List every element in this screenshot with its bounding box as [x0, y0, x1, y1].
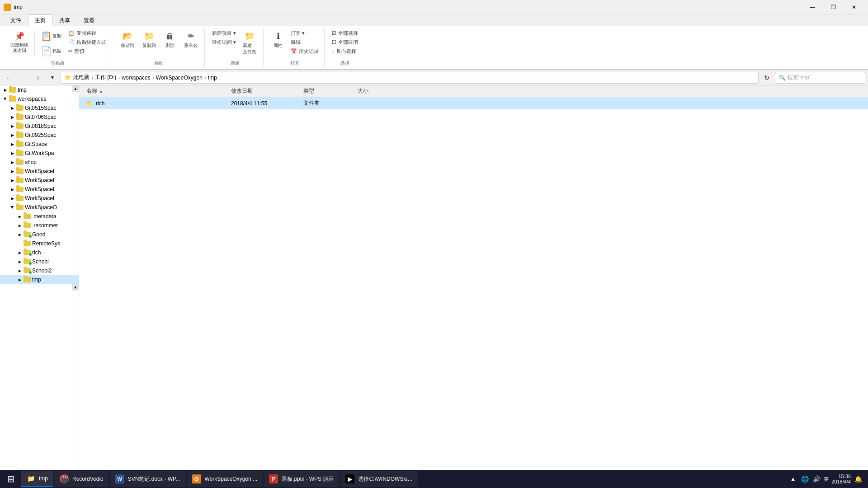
select-none-button[interactable]: ☐ 全部取消: [330, 38, 360, 47]
open-button[interactable]: 打开 ▾: [289, 29, 321, 38]
delete-button[interactable]: 🗑 删除: [161, 29, 179, 51]
sidebar-label-school: School: [32, 258, 49, 265]
table-row[interactable]: 📁 rich 2018/4/4 11:55 文件夹: [79, 97, 868, 109]
header-date[interactable]: 修改日期: [227, 85, 300, 97]
invert-label: 反向选择: [336, 48, 356, 55]
select-all-button[interactable]: ☑ 全部选择: [330, 29, 360, 38]
history-button[interactable]: 📅 历史记录: [289, 47, 321, 56]
sidebar-item-gitspace[interactable]: ▶ GitSpace: [0, 140, 79, 149]
taskbar-item-recordvedio[interactable]: 🎬 RecordVedio: [54, 471, 109, 487]
cut-button[interactable]: ✂ 剪切: [66, 47, 108, 56]
taskbar: ⊞ 📁 tmp 🎬 RecordVedio W SVN笔记.docx - WP.…: [0, 470, 868, 488]
paste-shortcut-button[interactable]: 📄 粘贴快捷方式: [66, 38, 108, 47]
sidebar-item-rich[interactable]: ▶ rich: [0, 248, 79, 257]
open-label: 打开: [290, 60, 299, 66]
move-to-button[interactable]: 📂 移动到: [118, 29, 137, 51]
copy-icon: 📋: [41, 31, 52, 42]
path-tmp[interactable]: tmp: [208, 75, 217, 81]
sidebar-item-git0818[interactable]: ▶ Git0818Spac: [0, 122, 79, 131]
new-label: 新建: [231, 60, 240, 66]
easy-access-button[interactable]: 轻松访问 ▾: [210, 38, 238, 47]
sidebar-item-remotesys[interactable]: ▶ RemoteSys: [0, 239, 79, 248]
path-drive[interactable]: 工作 (D:): [95, 74, 116, 81]
tree-arrow-tmp-inner: ▶: [16, 276, 24, 283]
recent-locations-button[interactable]: ▼: [46, 72, 59, 84]
sidebar-item-tmp-inner[interactable]: ▶ tmp: [0, 275, 79, 284]
close-button[interactable]: ✕: [844, 0, 864, 14]
folder-icon-rich: [24, 249, 31, 256]
minimize-button[interactable]: —: [802, 0, 823, 14]
forward-button[interactable]: →: [17, 72, 30, 84]
taskbar-item-svn[interactable]: W SVN笔记.docx - WP...: [110, 471, 186, 487]
sidebar-item-recommender[interactable]: ▶ .recommer: [0, 221, 79, 230]
sidebar-item-workspaces[interactable]: ▶ workspaces: [0, 94, 79, 103]
sidebar-label-git0515: Git0515Spac: [25, 105, 56, 111]
properties-button[interactable]: ℹ 属性: [269, 29, 287, 51]
header-size[interactable]: 大小: [354, 85, 399, 97]
new-item-button[interactable]: 新建项目 ▾: [210, 29, 238, 38]
taskbar-item-cmd[interactable]: ▶ 选择C:\WINDOWS\s...: [340, 471, 417, 487]
path-workspaces[interactable]: workspaces: [122, 75, 150, 81]
divider: [34, 31, 35, 56]
sidebar-item-git0706[interactable]: ▶ Git0706Spac: [0, 113, 79, 122]
paste-button[interactable]: 📄 粘贴: [38, 44, 65, 58]
clock[interactable]: 15:36 2018/4/4: [831, 474, 851, 484]
sidebar-item-good[interactable]: ▶ Good: [0, 230, 79, 239]
address-path[interactable]: 📁 此电脑 › 工作 (D:) › workspaces › WorkSpace…: [61, 72, 759, 84]
refresh-button[interactable]: ↻: [760, 72, 773, 84]
folder-icon-school: [24, 258, 31, 265]
start-button[interactable]: ⊞: [2, 471, 20, 487]
sidebar-item-metadata[interactable]: ▶ .metadata: [0, 212, 79, 221]
tab-share[interactable]: 共享: [52, 14, 77, 26]
volume-icon[interactable]: 🔊: [812, 474, 821, 483]
tab-home[interactable]: 主页: [28, 14, 52, 27]
rename-button[interactable]: ✏ 重命名: [181, 29, 201, 51]
sidebar-item-shop[interactable]: ▶ shop: [0, 158, 79, 167]
taskbar-pptx-icon: P: [269, 474, 278, 483]
expand-sys-icon[interactable]: ▲: [788, 474, 797, 483]
col-size-label: 大小: [358, 87, 368, 95]
folder-icon-gitspace: [16, 141, 24, 148]
sidebar-item-git0515[interactable]: ▶ Git0515Spac: [0, 103, 79, 113]
sidebar-item-tmp[interactable]: ▶ tmp: [0, 85, 72, 94]
sidebar-item-school2[interactable]: ▶ School2: [0, 266, 79, 275]
sidebar-item-workspace4[interactable]: ▶ WorkSpaceI: [0, 194, 79, 203]
copy-button[interactable]: 📋 复制: [38, 29, 65, 43]
network-icon[interactable]: 🌐: [800, 474, 809, 483]
open-label: 打开 ▾: [291, 30, 305, 37]
sidebar-item-school[interactable]: ▶ School: [0, 257, 79, 266]
file-type-cell: 文件夹: [300, 99, 354, 108]
tab-view[interactable]: 查看: [77, 14, 101, 26]
taskbar-item-workspace[interactable]: ⚙ WorkSpaceOxygen ...: [187, 471, 263, 487]
copy-to-button[interactable]: 📁 复制到: [139, 29, 159, 51]
file-name-cell[interactable]: 📁 rich: [83, 99, 227, 108]
edit-button[interactable]: 编辑: [289, 38, 321, 47]
sidebar-label-remotesys: RemoteSys: [32, 240, 60, 247]
lang-indicator[interactable]: 英: [824, 476, 829, 483]
path-this-pc[interactable]: 此电脑: [73, 74, 90, 81]
sidebar-item-workspace2[interactable]: ▶ WorkSpaceI: [0, 176, 79, 185]
header-name[interactable]: 名称 ▲: [83, 85, 227, 97]
sidebar-item-git0925[interactable]: ▶ Git0925Spac: [0, 131, 79, 140]
sidebar-item-workspace1[interactable]: ▶ WorkSpaceI: [0, 167, 79, 176]
maximize-button[interactable]: ❐: [823, 0, 844, 14]
sidebar-item-workspaceoxygen[interactable]: ▶ WorkSpaceO: [0, 203, 79, 212]
sidebar-item-gitworkspace[interactable]: ▶ GitWorkSpa: [0, 149, 79, 158]
taskbar-item-pptx[interactable]: P 黑板.pptx - WPS 演示: [264, 471, 339, 487]
pin-quickaccess-button[interactable]: 📌 固定到快速访问: [7, 29, 32, 55]
path-workspace-oxygen[interactable]: WorkSpaceOxygen: [156, 75, 203, 81]
search-bar[interactable]: 🔍 搜索"tmp": [775, 72, 865, 84]
notification-icon[interactable]: 🔔: [854, 474, 863, 483]
tab-file[interactable]: 文件: [4, 14, 28, 26]
back-button[interactable]: ←: [3, 72, 15, 84]
scroll-up-button[interactable]: ▲: [72, 85, 79, 92]
header-type[interactable]: 类型: [300, 85, 354, 97]
up-button[interactable]: ↑: [32, 72, 44, 84]
copy-path-button[interactable]: 📋 复制路径: [66, 29, 108, 38]
scroll-down-button[interactable]: ▼: [72, 284, 79, 291]
new-folder-button[interactable]: 📁 新建文件夹: [240, 29, 259, 57]
sidebar-item-workspace3[interactable]: ▶ WorkSpaceI: [0, 185, 79, 194]
file-header: 名称 ▲ 修改日期 类型 大小: [79, 85, 868, 97]
invert-selection-button[interactable]: ↕ 反向选择: [330, 47, 360, 56]
taskbar-item-tmp[interactable]: 📁 tmp: [21, 471, 53, 487]
